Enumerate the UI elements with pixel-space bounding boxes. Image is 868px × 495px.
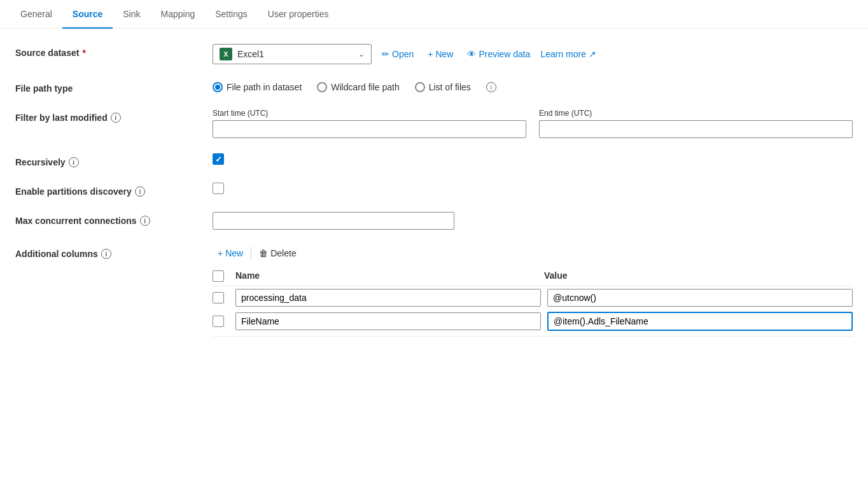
col-row-1-name-input[interactable] <box>235 289 541 307</box>
source-dataset-row: Source dataset * X Excel1 ⌄ ✏ Open + New <box>15 44 853 64</box>
radio-circle-list <box>415 82 425 92</box>
header-value: Value <box>544 270 853 282</box>
partitions-info-icon: i <box>135 186 145 197</box>
preview-data-button[interactable]: 👁 Preview data <box>463 46 534 62</box>
max-concurrent-info-icon: i <box>140 216 150 226</box>
source-dataset-controls: X Excel1 ⌄ ✏ Open + New 👁 Preview data <box>213 44 853 64</box>
time-row: Start time (UTC) End time (UTC) <box>213 109 853 138</box>
recursively-controls <box>213 153 853 165</box>
tab-bar: General Source Sink Mapping Settings Use… <box>0 0 868 29</box>
max-concurrent-label: Max concurrent connections i <box>15 212 213 226</box>
excel-icon: X <box>220 48 232 60</box>
additional-columns-toolbar: + New 🗑 Delete <box>213 245 853 261</box>
file-path-type-row: File path type File path in dataset Wild… <box>15 80 853 94</box>
tab-user-properties[interactable]: User properties <box>258 0 339 28</box>
recursively-label: Recursively i <box>15 153 213 167</box>
tab-mapping[interactable]: Mapping <box>151 0 206 28</box>
additional-columns-controls: + New 🗑 Delete Name Value <box>213 245 853 342</box>
tab-settings[interactable]: Settings <box>205 0 258 28</box>
enable-partitions-label: Enable partitions discovery i <box>15 183 213 197</box>
tab-sink[interactable]: Sink <box>113 0 150 28</box>
filter-last-modified-controls: Start time (UTC) End time (UTC) <box>213 109 853 138</box>
radio-label-wildcard: Wildcard file path <box>331 82 399 92</box>
col-row-1-checkbox-wrap <box>213 292 235 303</box>
end-time-label: End time (UTC) <box>539 109 853 118</box>
col-row-2-checkbox-wrap <box>213 316 235 327</box>
partitions-checkbox[interactable] <box>213 183 224 194</box>
recursively-row: Recursively i <box>15 153 853 167</box>
col-row-1-value-input[interactable] <box>547 289 853 307</box>
end-time-input[interactable] <box>539 120 853 138</box>
radio-file-path-in-dataset[interactable]: File path in dataset <box>213 82 302 92</box>
col-row-1-value-cell <box>547 289 853 307</box>
end-time-field: End time (UTC) <box>539 109 853 138</box>
radio-list-of-files[interactable]: List of files <box>415 82 471 92</box>
filter-last-modified-row: Filter by last modified i Start time (UT… <box>15 109 853 138</box>
filter-info-icon: i <box>111 113 121 123</box>
column-row-1 <box>213 289 853 307</box>
column-row-2 <box>213 312 853 331</box>
col-row-2-name-cell <box>235 312 547 330</box>
start-time-input[interactable] <box>213 120 526 138</box>
external-link-icon: ↗ <box>589 49 596 59</box>
chevron-down-icon: ⌄ <box>358 50 365 59</box>
recursively-checkbox[interactable] <box>213 153 224 165</box>
new-dataset-button[interactable]: + New <box>424 46 457 62</box>
header-select-all-checkbox[interactable] <box>213 270 224 282</box>
filter-last-modified-label: Filter by last modified i <box>15 109 213 123</box>
file-path-type-label: File path type <box>15 80 213 94</box>
radio-wildcard-file-path[interactable]: Wildcard file path <box>317 82 399 92</box>
additional-columns-row: Additional columns i + New 🗑 Delete <box>15 245 853 342</box>
radio-label-dataset: File path in dataset <box>227 82 302 92</box>
preview-icon: 👁 <box>467 49 476 59</box>
radio-circle-dataset <box>213 82 223 92</box>
tab-general[interactable]: General <box>10 0 62 28</box>
file-path-radio-group: File path in dataset Wildcard file path … <box>213 80 853 92</box>
dataset-select[interactable]: X Excel1 ⌄ <box>213 44 372 64</box>
col-row-2-name-input[interactable] <box>235 312 541 330</box>
enable-partitions-controls <box>213 183 853 194</box>
dataset-row: X Excel1 ⌄ ✏ Open + New 👁 Preview data <box>213 44 853 64</box>
header-checkbox-spacer <box>213 270 235 282</box>
max-concurrent-input[interactable] <box>213 212 454 230</box>
pencil-icon: ✏ <box>382 49 389 59</box>
col-row-2-value-cell <box>547 312 853 331</box>
dataset-value: Excel1 <box>237 49 353 59</box>
tab-source[interactable]: Source <box>62 0 113 28</box>
max-concurrent-row: Max concurrent connections i <box>15 212 853 230</box>
radio-label-list: List of files <box>429 82 471 92</box>
start-time-field: Start time (UTC) <box>213 109 526 138</box>
source-dataset-label: Source dataset * <box>15 44 213 58</box>
file-path-type-controls: File path in dataset Wildcard file path … <box>213 80 853 92</box>
table-bottom-divider <box>213 336 853 337</box>
additional-columns-label: Additional columns i <box>15 245 213 259</box>
enable-partitions-row: Enable partitions discovery i <box>15 183 853 197</box>
col-row-2-value-input[interactable] <box>547 312 853 331</box>
header-name: Name <box>235 270 544 282</box>
radio-circle-wildcard <box>317 82 327 92</box>
open-button[interactable]: ✏ Open <box>378 46 417 62</box>
new-plus-icon: + <box>218 248 223 258</box>
columns-table-header: Name Value <box>213 267 853 286</box>
delete-column-button[interactable]: 🗑 Delete <box>254 245 301 261</box>
file-path-info-icon: i <box>486 82 496 92</box>
col-row-1-name-cell <box>235 289 547 307</box>
add-new-column-button[interactable]: + New <box>213 245 248 261</box>
required-marker: * <box>82 48 85 58</box>
start-time-label: Start time (UTC) <box>213 109 526 118</box>
col-row-2-checkbox[interactable] <box>213 316 224 327</box>
plus-icon: + <box>428 49 433 59</box>
learn-more-link[interactable]: Learn more ↗ <box>540 49 596 59</box>
recursively-info-icon: i <box>69 157 79 167</box>
max-concurrent-controls <box>213 212 853 230</box>
additional-columns-info-icon: i <box>101 249 111 259</box>
trash-icon: 🗑 <box>259 248 268 258</box>
main-content: Source dataset * X Excel1 ⌄ ✏ Open + New <box>0 29 868 372</box>
col-row-1-checkbox[interactable] <box>213 292 224 303</box>
toolbar-separator <box>251 247 251 260</box>
